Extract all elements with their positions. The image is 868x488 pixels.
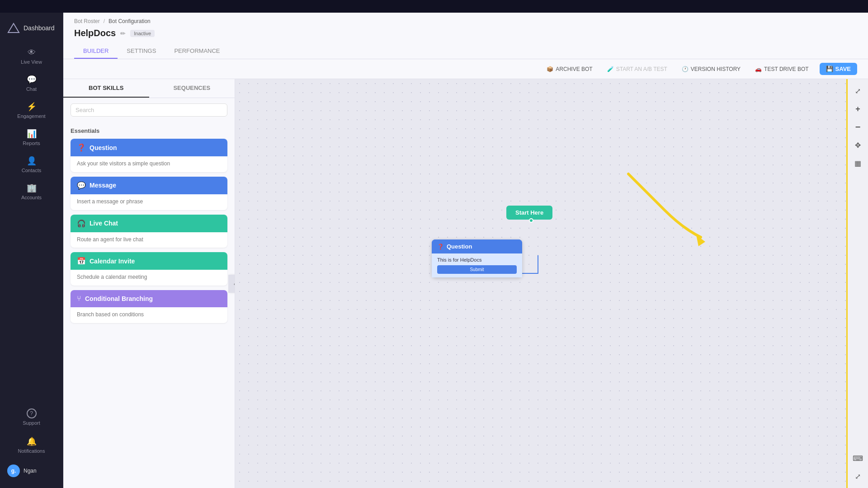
keyboard-button[interactable]: ⌨: [850, 450, 866, 466]
question-node-header: ❓ Question: [432, 239, 522, 253]
question-node[interactable]: ❓ Question This is for HelpDocs Submit: [432, 239, 522, 277]
sidebar-item-chat[interactable]: 💬 Chat: [4, 70, 59, 96]
zoom-in-button[interactable]: +: [850, 101, 866, 117]
start-ab-test-button[interactable]: 🧪 START AN A/B TEST: [604, 64, 671, 74]
sidebar-item-notifications[interactable]: 🔔 Notifications: [4, 433, 59, 457]
sidebar-logo[interactable]: Dashboard: [0, 16, 63, 43]
sidebar-item-label: Engagement: [17, 113, 45, 119]
zoom-out-icon: −: [855, 122, 861, 132]
skill-card-live-chat[interactable]: 🎧 Live Chat Route an agent for live chat: [71, 215, 227, 248]
skill-card-calendar-invite[interactable]: 📅 Calendar Invite Schedule a calendar me…: [71, 252, 227, 286]
skill-card-live-chat-header: 🎧 Live Chat: [71, 215, 227, 232]
skill-card-conditional-branching-title: Conditional Branching: [85, 295, 153, 302]
user-name: Ngan: [24, 468, 37, 474]
start-node-dot: [529, 218, 533, 223]
connections-svg: [235, 79, 846, 488]
sidebar-item-reports[interactable]: 📊 Reports: [4, 124, 59, 150]
test-drive-bot-button[interactable]: 🚗 TEST DRIVE BOT: [751, 64, 812, 74]
edit-icon[interactable]: ✏: [120, 30, 126, 37]
sidebar-item-label: Notifications: [18, 448, 45, 454]
skill-card-conditional-branching[interactable]: ⑂ Conditional Branching Branch based on …: [71, 290, 227, 323]
skill-card-question-desc: Ask your site visitors a simple question: [71, 156, 227, 172]
save-icon: 💾: [826, 66, 833, 72]
question-node-title: Question: [447, 243, 472, 250]
start-node[interactable]: Start Here: [506, 206, 552, 220]
skill-card-calendar-invite-desc: Schedule a calendar meeting: [71, 270, 227, 286]
user-avatar: g.: [7, 465, 20, 477]
sidebar: Dashboard 👁 Live View 💬 Chat ⚡ Engagemen…: [0, 13, 63, 488]
question-node-body: This is for HelpDocs Submit: [432, 253, 522, 277]
archive-icon: 📦: [547, 66, 553, 72]
tab-bot-skills[interactable]: BOT SKILLS: [63, 79, 149, 98]
logo-icon: [7, 22, 20, 34]
fullscreen-top-button[interactable]: ⤢: [850, 83, 866, 99]
svg-marker-0: [8, 23, 19, 33]
support-icon: ?: [27, 408, 37, 418]
live-view-icon: 👁: [28, 48, 36, 57]
sidebar-user[interactable]: g. Ngan: [4, 461, 59, 481]
skills-section-title: Essentials: [71, 127, 227, 134]
skill-card-message[interactable]: 💬 Message Insert a message or phrase: [71, 177, 227, 210]
tab-builder[interactable]: BUILDER: [74, 44, 118, 59]
skill-card-calendar-invite-title: Calendar Invite: [90, 258, 135, 265]
sidebar-item-label: Chat: [26, 86, 37, 92]
skill-card-live-chat-title: Live Chat: [90, 220, 118, 227]
sidebar-item-contacts[interactable]: 👤 Contacts: [4, 151, 59, 178]
skills-search: [63, 98, 235, 122]
search-input[interactable]: [71, 103, 227, 117]
top-bar: [0, 0, 868, 13]
status-badge: Inactive: [130, 30, 155, 37]
sidebar-item-label: Live View: [21, 59, 42, 65]
sidebar-bottom: ? Support 🔔 Notifications g. Ngan: [0, 401, 63, 484]
contacts-icon: 👤: [27, 156, 37, 166]
sidebar-item-engagement[interactable]: ⚡ Engagement: [4, 97, 59, 123]
skill-card-question-title: Question: [90, 144, 117, 151]
skill-card-calendar-invite-header: 📅 Calendar Invite: [71, 252, 227, 270]
skill-card-live-chat-desc: Route an agent for live chat: [71, 232, 227, 248]
sidebar-nav: 👁 Live View 💬 Chat ⚡ Engagement 📊 Report…: [0, 43, 63, 401]
conditional-branching-skill-icon: ⑂: [77, 295, 81, 303]
zoom-out-button[interactable]: −: [850, 119, 866, 135]
breadcrumb: Bot Roster / Bot Configuration: [74, 18, 857, 24]
question-node-icon: ❓: [437, 244, 444, 250]
skill-card-question[interactable]: ❓ Question Ask your site visitors a simp…: [71, 139, 227, 172]
skill-card-conditional-branching-desc: Branch based on conditions: [71, 307, 227, 323]
grid-button[interactable]: ▦: [850, 155, 866, 171]
engagement-icon: ⚡: [27, 102, 37, 112]
ab-test-icon: 🧪: [607, 66, 614, 72]
tab-performance[interactable]: PERFORMANCE: [165, 44, 229, 59]
fullscreen-top-icon: ⤢: [855, 87, 861, 95]
sidebar-item-accounts[interactable]: 🏢 Accounts: [4, 178, 59, 205]
notifications-icon: 🔔: [27, 436, 37, 446]
skill-card-message-title: Message: [90, 182, 116, 189]
page-header: Bot Roster / Bot Configuration HelpDocs …: [63, 13, 868, 59]
save-button[interactable]: 💾 SAVE: [820, 63, 857, 75]
chat-icon: 💬: [27, 75, 37, 84]
arrow-annotation: [610, 165, 728, 246]
sidebar-item-label: Contacts: [22, 168, 41, 173]
sidebar-item-label: Reports: [23, 141, 40, 146]
sidebar-item-support[interactable]: ? Support: [4, 405, 59, 429]
breadcrumb-bot-roster[interactable]: Bot Roster: [74, 18, 100, 24]
question-skill-icon: ❓: [77, 143, 86, 152]
tab-settings[interactable]: SETTINGS: [118, 44, 165, 59]
fullscreen-bottom-icon: ⤢: [855, 472, 861, 481]
fullscreen-bottom-button[interactable]: ⤢: [850, 468, 866, 484]
skill-card-message-desc: Insert a message or phrase: [71, 194, 227, 210]
right-toolbar: ⤢ + − ✥ ▦ ⌨ ⤢: [846, 79, 868, 488]
tab-sequences[interactable]: SEQUENCES: [149, 79, 235, 98]
move-button[interactable]: ✥: [850, 137, 866, 153]
flow-canvas[interactable]: Start Here ❓ Question This is for HelpDo…: [235, 79, 846, 488]
version-history-button[interactable]: 🕐 VERSION HISTORY: [678, 64, 744, 74]
page-title-row: HelpDocs ✏ Inactive: [74, 28, 857, 38]
page-tabs: BUILDER SETTINGS PERFORMANCE: [74, 44, 857, 59]
sidebar-item-live-view[interactable]: 👁 Live View: [4, 43, 59, 69]
builder-area: BOT SKILLS SEQUENCES Essentials ❓ Questi…: [63, 79, 868, 488]
main-content: Bot Roster / Bot Configuration HelpDocs …: [63, 13, 868, 488]
test-drive-icon: 🚗: [755, 66, 762, 72]
archive-bot-button[interactable]: 📦 ARCHIVE BOT: [543, 64, 596, 74]
page-title: HelpDocs: [74, 28, 116, 38]
collapse-panel-button[interactable]: ‹: [228, 275, 235, 293]
grid-icon: ▦: [854, 159, 861, 168]
question-node-submit-button[interactable]: Submit: [437, 265, 517, 274]
